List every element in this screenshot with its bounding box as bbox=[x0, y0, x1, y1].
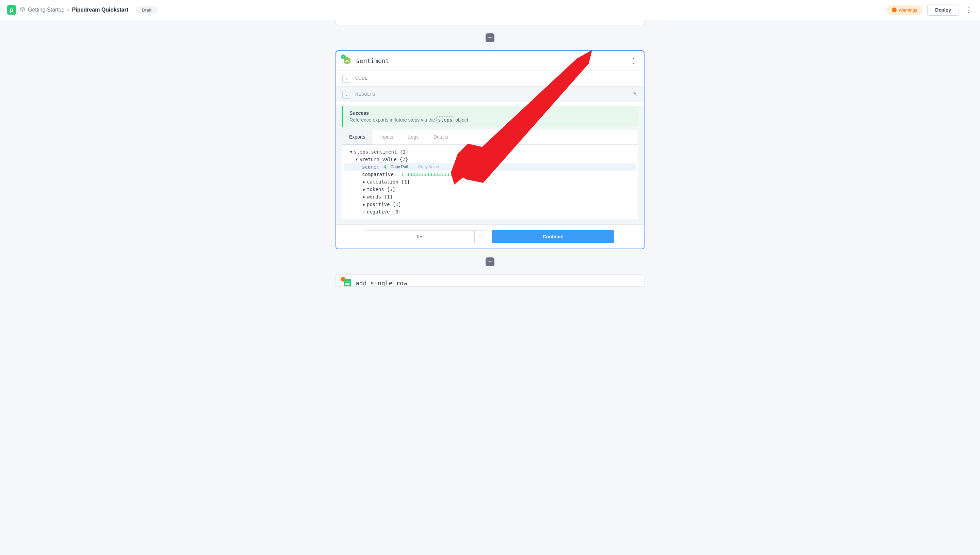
connector-line bbox=[490, 249, 490, 258]
connector-line bbox=[490, 266, 490, 274]
warnings-badge[interactable]: Warnings bbox=[886, 5, 922, 14]
chevron-right-icon[interactable]: › bbox=[342, 74, 351, 83]
project-icon bbox=[20, 6, 25, 13]
svg-text:JS: JS bbox=[345, 59, 349, 63]
results-label: RESULTS bbox=[355, 92, 375, 97]
tree-value: 4 bbox=[384, 164, 386, 170]
tree-positive-row[interactable]: positive [1] bbox=[344, 201, 636, 208]
warnings-label: Warnings bbox=[898, 8, 917, 13]
success-title: Success bbox=[350, 110, 632, 116]
tab-inputs[interactable]: Inputs bbox=[372, 130, 401, 144]
nodejs-icon: ✓ JS bbox=[343, 56, 351, 65]
tree-calculation-row[interactable]: calculation [1] bbox=[344, 178, 636, 186]
tree-root[interactable]: steps.sentiment {1} bbox=[344, 148, 636, 156]
tree-key: score: bbox=[362, 164, 379, 170]
copy-path-link[interactable]: Copy Path bbox=[390, 164, 409, 169]
add-step-button[interactable]: + bbox=[486, 257, 494, 266]
step-title[interactable]: sentiment bbox=[356, 57, 389, 64]
google-sheets-icon bbox=[343, 279, 351, 287]
tree-tokens-row[interactable]: tokens [3] bbox=[344, 186, 636, 193]
expand-icon[interactable] bbox=[362, 187, 366, 192]
continue-button[interactable]: Continue bbox=[492, 230, 614, 243]
tab-details[interactable]: Details bbox=[426, 130, 456, 144]
tree-key: comparative: bbox=[362, 172, 396, 177]
success-desc-pre: Reference exports in future steps via th… bbox=[350, 117, 436, 123]
tab-exports[interactable]: Exports bbox=[342, 130, 372, 144]
exports-tree: steps.sentiment {1} $return_value {7} sc… bbox=[342, 145, 638, 219]
breadcrumb-separator: › bbox=[67, 6, 69, 14]
expand-icon[interactable] bbox=[349, 150, 353, 154]
breadcrumb-parent[interactable]: Getting Started bbox=[28, 7, 65, 13]
workflow-canvas: + ✓ JS sentiment ⋮ › CODE ⌄ RESULTS bbox=[0, 20, 980, 300]
code-section-toggle[interactable]: › CODE bbox=[336, 71, 644, 87]
header-more-icon[interactable]: ⋮ bbox=[964, 6, 973, 14]
previous-step-card[interactable] bbox=[336, 20, 644, 25]
tree-negative-row[interactable]: negative [0] bbox=[344, 208, 636, 215]
success-desc-after: object bbox=[454, 117, 468, 123]
pipedream-logo[interactable]: p bbox=[7, 5, 16, 14]
expand-icon[interactable] bbox=[362, 180, 366, 184]
dot-separator: · bbox=[412, 164, 413, 169]
test-button-group: Test bbox=[366, 230, 486, 243]
test-dropdown-button[interactable] bbox=[475, 230, 486, 243]
connector-line bbox=[490, 42, 490, 50]
breadcrumb: Getting Started › Pipedream Quickstart bbox=[20, 6, 128, 14]
expand-icon[interactable] bbox=[362, 202, 366, 207]
deploy-button[interactable]: Deploy bbox=[927, 4, 959, 16]
tree-key: $return_value {7} bbox=[359, 157, 408, 162]
pin-icon[interactable] bbox=[632, 91, 638, 98]
success-description: Reference exports in future steps via th… bbox=[350, 117, 632, 123]
success-check-icon: ✓ bbox=[341, 55, 346, 59]
tree-key: positive [1] bbox=[367, 202, 401, 207]
success-banner: Success Reference exports in future step… bbox=[342, 106, 638, 127]
tree-comparative-row[interactable]: comparative: 1.3333333333333333 bbox=[344, 171, 636, 178]
test-button[interactable]: Test bbox=[366, 230, 475, 243]
step-card-sentiment: ✓ JS sentiment ⋮ › CODE ⌄ RESULTS Succes… bbox=[336, 50, 644, 249]
tree-key: negative [0] bbox=[367, 209, 401, 215]
tree-key: calculation [1] bbox=[367, 179, 410, 184]
step-header: ✓ JS sentiment ⋮ bbox=[336, 51, 644, 71]
tree-score-row[interactable]: score: 4 Copy Path · Copy Value bbox=[344, 163, 636, 171]
expand-icon[interactable] bbox=[355, 157, 359, 162]
step-footer-actions: Test Continue bbox=[336, 225, 644, 249]
chevron-down-icon[interactable]: ⌄ bbox=[342, 90, 351, 99]
tree-key: tokens [3] bbox=[367, 187, 395, 192]
results-tabs: Exports Inputs Logs Details bbox=[342, 130, 638, 145]
step-title: add_single_row bbox=[356, 279, 407, 287]
tree-key: words [1] bbox=[367, 194, 393, 199]
add-step-button[interactable]: + bbox=[486, 34, 494, 42]
tree-return-value[interactable]: $return_value {7} bbox=[344, 156, 636, 163]
step-card-add-single-row[interactable]: add_single_row bbox=[336, 274, 644, 287]
connector-line bbox=[490, 25, 490, 34]
tree-words-row[interactable]: words [1] bbox=[344, 193, 636, 201]
expand-icon[interactable] bbox=[362, 195, 366, 199]
draft-badge: Draft bbox=[136, 6, 158, 14]
results-body: Success Reference exports in future step… bbox=[336, 106, 644, 225]
steps-code-chip: steps bbox=[436, 116, 454, 123]
step-more-icon[interactable]: ⋮ bbox=[630, 56, 637, 65]
code-label: CODE bbox=[355, 76, 368, 81]
copy-value-link[interactable]: Copy Value bbox=[418, 164, 439, 169]
header-left: p Getting Started › Pipedream Quickstart… bbox=[7, 5, 158, 14]
expand-icon[interactable] bbox=[362, 210, 366, 214]
tree-key: steps.sentiment {1} bbox=[354, 149, 408, 155]
results-section-toggle[interactable]: ⌄ RESULTS bbox=[336, 87, 644, 102]
tab-logs[interactable]: Logs bbox=[401, 130, 426, 144]
header-right: Warnings Deploy ⋮ bbox=[886, 4, 973, 16]
app-header: p Getting Started › Pipedream Quickstart… bbox=[0, 0, 980, 20]
tree-value: 1.3333333333333333 bbox=[401, 172, 452, 177]
breadcrumb-current: Pipedream Quickstart bbox=[72, 7, 128, 13]
